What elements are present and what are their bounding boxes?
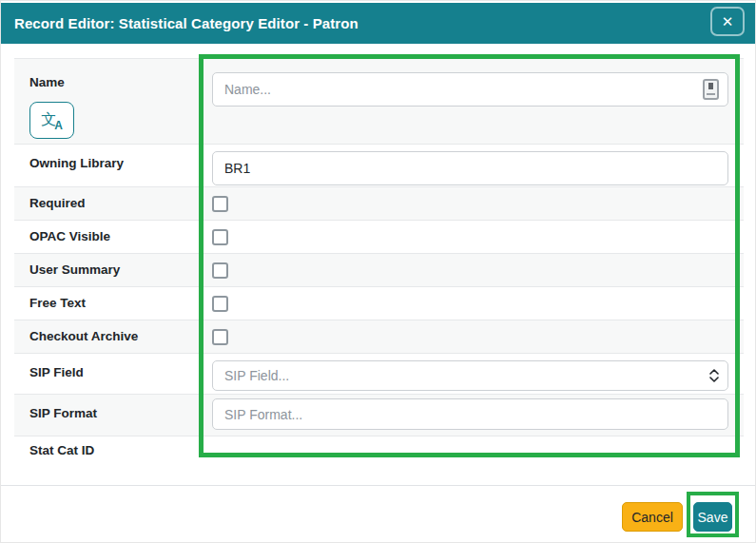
owning-library-input[interactable] [212, 151, 728, 185]
chevron-up-icon [709, 369, 719, 375]
sip-field-label: SIP Field [14, 354, 199, 394]
owning-library-label: Owning Library [14, 145, 199, 186]
cancel-button[interactable]: Cancel [622, 502, 683, 532]
name-input[interactable] [212, 72, 728, 107]
save-button[interactable]: Save [693, 502, 732, 532]
dialog-title: Record Editor: Statistical Category Edit… [1, 15, 359, 31]
required-label: Required [14, 187, 199, 220]
sip-format-label: SIP Format [14, 395, 199, 436]
translate-button[interactable]: 文 A [29, 102, 74, 139]
input-adornment-icon [703, 79, 719, 100]
form-row-required: Required [14, 186, 744, 220]
user-summary-label: User Summary [14, 254, 199, 286]
chevron-down-icon [709, 377, 719, 382]
sip-format-input[interactable] [212, 398, 728, 430]
opac-visible-label: OPAC Visible [14, 221, 199, 253]
form-row-sip-field: SIP Field SIP Field... [14, 353, 744, 394]
required-checkbox[interactable] [212, 196, 228, 212]
form-row-sip-format: SIP Format [14, 394, 744, 436]
form-row-opac-visible: OPAC Visible [14, 220, 744, 253]
dialog-header: Record Editor: Statistical Category Edit… [1, 3, 755, 44]
stat-cat-id-label: Stat Cat ID [14, 436, 199, 464]
name-label-column: Name 文 A [14, 59, 199, 144]
sip-field-placeholder: SIP Field... [224, 368, 289, 383]
opac-visible-checkbox[interactable] [212, 229, 228, 245]
form-row-owning-library: Owning Library [14, 144, 744, 186]
sip-field-select[interactable]: SIP Field... [212, 360, 728, 391]
record-editor-dialog: Record Editor: Statistical Category Edit… [0, 0, 756, 543]
free-text-checkbox[interactable] [212, 296, 228, 312]
form-row-free-text: Free Text [14, 286, 744, 320]
user-summary-checkbox[interactable] [212, 262, 228, 279]
form-row-name: Name 文 A [14, 58, 744, 144]
form-row-checkout-archive: Checkout Archive [14, 320, 744, 353]
close-button[interactable]: ✕ [710, 7, 745, 36]
footer-divider [1, 485, 756, 486]
name-label: Name [29, 75, 199, 89]
form-row-user-summary: User Summary [14, 253, 744, 286]
close-icon: ✕ [722, 14, 734, 29]
checkout-archive-label: Checkout Archive [14, 320, 199, 353]
free-text-label: Free Text [14, 287, 199, 320]
form-row-stat-cat-id: Stat Cat ID [14, 436, 744, 464]
checkout-archive-checkbox[interactable] [212, 329, 228, 345]
